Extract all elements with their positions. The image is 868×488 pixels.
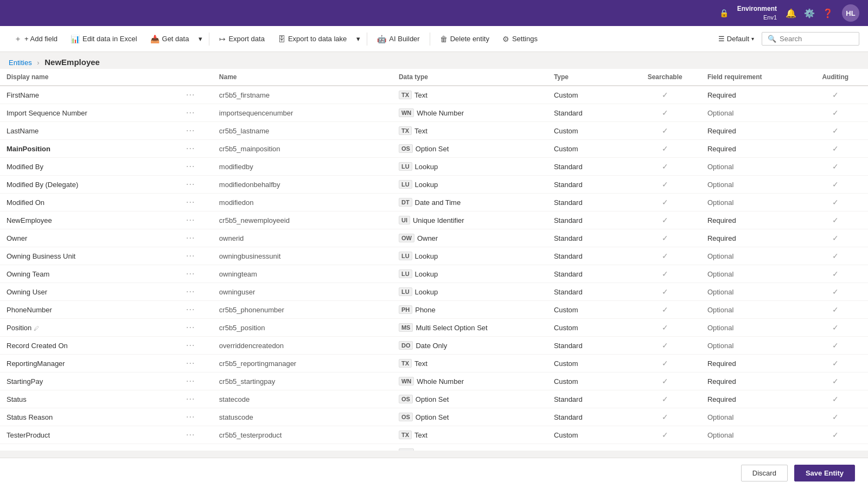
cell-dots[interactable]: ···	[180, 390, 213, 408]
row-menu-icon[interactable]: ···	[186, 197, 195, 207]
cell-dots[interactable]: ···	[180, 337, 213, 355]
divider-1	[209, 33, 209, 46]
ai-builder-button[interactable]: 🤖 AI Builder	[372, 32, 425, 46]
row-menu-icon[interactable]: ···	[186, 162, 195, 171]
cell-typecat: Standard	[547, 229, 629, 247]
table-row: Import Sequence Number ··· importsequenc…	[0, 104, 868, 122]
type-badge: LU	[399, 162, 412, 171]
cell-logname: cr5b5_position	[213, 319, 392, 337]
cell-dots[interactable]: ···	[180, 194, 213, 211]
cell-logname: modifiedon	[213, 194, 392, 211]
cell-dots[interactable]: ···	[180, 104, 213, 122]
cell-searchable	[629, 444, 701, 451]
cell-typecat: Standard	[547, 390, 629, 408]
row-menu-icon[interactable]: ···	[186, 341, 195, 350]
search-icon: 🔍	[768, 35, 776, 43]
cell-type: DO Date Only	[392, 337, 547, 355]
list-icon: ☰	[718, 35, 725, 43]
cell-dots[interactable]: ···	[180, 265, 213, 283]
row-menu-icon[interactable]: ···	[186, 430, 195, 439]
cell-dots[interactable]: ···	[180, 301, 213, 319]
auditing-check-icon: ✓	[832, 431, 839, 439]
row-menu-icon[interactable]: ···	[186, 126, 195, 135]
type-badge: UI	[399, 216, 410, 224]
cell-dots[interactable]: ···	[180, 86, 213, 104]
edit-excel-button[interactable]: 📊 Edit data in Excel	[65, 32, 142, 46]
save-entity-button[interactable]: Save Entity	[794, 465, 855, 481]
cell-dots[interactable]: ···	[180, 247, 213, 265]
cell-dots[interactable]: ···	[180, 355, 213, 373]
cell-type: OS Option Set	[392, 390, 547, 408]
delete-icon: 🗑	[440, 35, 448, 43]
table-row: Status Reason ··· statuscode OS Option S…	[0, 408, 868, 426]
search-input[interactable]	[780, 35, 845, 43]
help-icon[interactable]: ❓	[822, 8, 833, 18]
auditing-check-icon: ✓	[832, 162, 839, 171]
type-icon-container: LU Lookup	[399, 252, 438, 260]
cell-dots[interactable]: ···	[180, 211, 213, 229]
cell-dots[interactable]: ···	[180, 229, 213, 247]
auditing-check-icon: ✓	[832, 413, 839, 421]
row-menu-icon[interactable]: ···	[186, 233, 195, 242]
cell-auditing: ✓	[803, 390, 868, 408]
cell-dots[interactable]: ···	[180, 426, 213, 444]
row-menu-icon[interactable]: ···	[186, 251, 195, 260]
row-menu-icon[interactable]: ···	[186, 144, 195, 153]
cell-typecat: Standard	[547, 211, 629, 229]
cell-dots[interactable]: ···	[180, 122, 213, 140]
cell-dots[interactable]: ···	[180, 319, 213, 337]
cell-typecat: Standard	[547, 104, 629, 122]
row-menu-icon[interactable]: ···	[186, 269, 195, 278]
lock-icon: 🔒	[719, 9, 729, 17]
settings-icon[interactable]: ⚙️	[804, 8, 815, 18]
row-menu-icon[interactable]: ···	[186, 90, 195, 99]
searchable-check-icon: ✓	[662, 216, 668, 224]
row-menu-icon[interactable]: ···	[186, 108, 195, 117]
row-menu-icon[interactable]: ···	[186, 323, 195, 332]
row-menu-icon[interactable]: ···	[186, 287, 195, 296]
type-label: Whole Number	[417, 109, 464, 117]
avatar[interactable]: HL	[842, 4, 859, 22]
cell-dots[interactable]: ···	[180, 283, 213, 301]
cell-searchable: ✓	[629, 426, 701, 444]
settings-button[interactable]: ⚙ Settings	[497, 32, 543, 46]
row-menu-icon[interactable]: ···	[186, 448, 195, 451]
row-menu-icon[interactable]: ···	[186, 305, 195, 314]
delete-entity-button[interactable]: 🗑 Delete entity	[435, 32, 495, 46]
auditing-check-icon: ✓	[832, 287, 839, 296]
row-menu-icon[interactable]: ···	[186, 376, 195, 386]
searchable-check-icon: ✓	[662, 305, 668, 314]
get-data-button[interactable]: 📥 Get data	[145, 32, 195, 46]
export-data-button[interactable]: ↦ Export data	[214, 32, 270, 46]
cell-dots[interactable]: ···	[180, 408, 213, 426]
cell-requirement: Optional	[701, 158, 803, 176]
cell-typecat: Standard	[547, 283, 629, 301]
notification-icon[interactable]: 🔔	[786, 8, 796, 18]
add-field-button[interactable]: ＋ + Add field	[9, 31, 63, 47]
dropdown-arrow-get[interactable]: ▾	[196, 32, 205, 46]
cell-dots[interactable]: ···	[180, 176, 213, 194]
dropdown-arrow-lake[interactable]: ▾	[354, 32, 362, 46]
searchable-check-icon: ✓	[662, 234, 668, 242]
cell-dots[interactable]: ···	[180, 158, 213, 176]
type-icon-container: LU Lookup	[399, 162, 438, 171]
default-view-button[interactable]: ☰ Default ▾	[713, 32, 760, 46]
add-icon: ＋	[14, 34, 22, 44]
row-menu-icon[interactable]: ···	[186, 394, 195, 403]
export-lake-button[interactable]: 🗄 Export to data lake	[272, 32, 352, 46]
searchable-check-icon: ✓	[662, 269, 668, 278]
row-menu-icon[interactable]: ···	[186, 412, 195, 421]
row-menu-icon[interactable]: ···	[186, 179, 195, 189]
cell-searchable: ✓	[629, 176, 701, 194]
cell-type: LU Lookup	[392, 247, 547, 265]
cell-name: Owner	[0, 229, 180, 247]
cell-dots[interactable]: ···	[180, 373, 213, 390]
discard-button[interactable]: Discard	[741, 465, 788, 481]
cell-dots[interactable]: ···	[180, 444, 213, 451]
breadcrumb-entities-link[interactable]: Entities	[9, 59, 32, 67]
row-menu-icon[interactable]: ···	[186, 358, 195, 368]
cell-dots[interactable]: ···	[180, 140, 213, 158]
col-header-type: Data type	[392, 69, 547, 86]
cell-type: WN Whole Number	[392, 373, 547, 390]
row-menu-icon[interactable]: ···	[186, 215, 195, 224]
